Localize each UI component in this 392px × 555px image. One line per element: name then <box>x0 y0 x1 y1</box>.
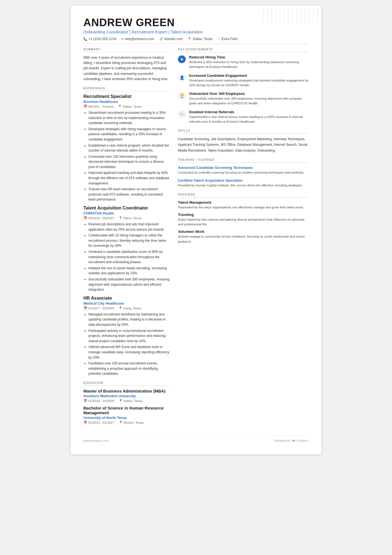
job-bullets-0: Streamlined recruitment processes leadin… <box>83 110 170 202</box>
ach-content-0: Reduced Hiring Time Achieved a 35% reduc… <box>189 55 309 70</box>
contact-extra: ☆ Extra Field <box>218 37 237 41</box>
job-meta-0: 📅 06/2021 - Present 📍 Dallas, Texas <box>83 105 170 108</box>
ach-content-2: Onboarded Over 300 Employees Successfull… <box>189 92 309 106</box>
resume-footer: www.enhancv.com Powered by ∞ Enhancv <box>83 436 309 443</box>
passion-desc-1: Enjoy exploring new cultures and gaining… <box>178 217 309 227</box>
email-value: help@enhancv.com <box>125 37 154 41</box>
job-bullets-1: Revised job descriptions and ads that im… <box>83 222 170 292</box>
left-column: SUMMARY With over 4 years of recruitment… <box>83 48 170 427</box>
edu-meta-1: 📅 01/2013 - 01/2017 📍 Denton, Texas <box>83 421 170 425</box>
training-title-1: Certified Talent Acquisition Specialist <box>178 178 309 182</box>
job-location-2: 📍 Irving, Texas <box>118 306 141 310</box>
job-meta-1: 📅 04/2019 - 05/2021 📍 Plano, Texas <box>83 216 170 220</box>
job-meta-2: 📅 01/2017 - 03/2019 📍 Irving, Texas <box>83 306 170 310</box>
training-item-1: Certified Talent Acquisition Specialist … <box>178 178 309 188</box>
training-desc-1: Provided by Human Capital Institute, thi… <box>178 183 309 188</box>
achievement-2: 🏆 Onboarded Over 300 Employees Successfu… <box>178 92 309 106</box>
passion-item-2: Volunteer Work Actively engage in commun… <box>178 230 309 244</box>
right-column: KEY ACHIEVEMENTS ★ Reduced Hiring Time A… <box>178 48 309 427</box>
bullet-0-1: Developed strategies with hiring manager… <box>88 127 170 142</box>
education-section-label: EDUCATION <box>83 381 170 386</box>
contact-email: ✉ help@enhancv.com <box>121 37 154 41</box>
calendar-icon-0: 📅 <box>83 105 87 108</box>
star-filled-icon: ★ <box>180 57 184 61</box>
job-location-0: 📍 Dallas, Texas <box>118 105 142 108</box>
edu-dates-0: 📅 01/2018 - 01/2020 <box>83 399 114 403</box>
training-item-0: Advanced Candidate Screening Techniques … <box>178 166 309 175</box>
candidate-name: ANDREW GREEN <box>83 17 309 29</box>
ach-icon-0: ★ <box>178 55 186 63</box>
resume-page: ANDREW GREEN Onboarding Coordinator | Re… <box>71 6 321 454</box>
skills-section-label: SKILLS <box>178 129 309 134</box>
edu-dates-1: 📅 01/2013 - 01/2017 <box>83 421 114 425</box>
ach-icon-2: 🏆 <box>178 92 186 100</box>
ach-desc-2: Successfully onboarded over 300 employee… <box>189 96 309 106</box>
bullet-1-2: Achieved a candidate satisfaction score … <box>88 249 170 265</box>
ach-content-3: Doubled Internal Referrals Implemented a… <box>189 110 309 124</box>
resume-header: ANDREW GREEN Onboarding Coordinator | Re… <box>83 17 309 41</box>
contact-phone: 📞 +1-(234)-555-1234 <box>83 37 116 41</box>
location-icon-0: 📍 <box>118 105 122 108</box>
star-outline-icon: ☆ <box>180 112 184 116</box>
job-item-1: Talent Acquisition Coordinator CHRISTUS … <box>83 206 170 292</box>
enhancv-logo-icon: ∞ <box>292 438 295 443</box>
bullet-1-3: Initiated the use of social media recrui… <box>88 266 170 276</box>
summary-section-label: SUMMARY <box>83 48 170 52</box>
calendar-icon-1: 📅 <box>83 216 87 220</box>
job-dates-0: 📅 06/2021 - Present <box>83 105 113 108</box>
job-item-2: HR Associate Medical City Healthcare 📅 0… <box>83 296 170 376</box>
bullet-2-0: Managed recruitment workflows by maintai… <box>88 312 170 327</box>
job-company-1: CHRISTUS Health <box>83 211 170 215</box>
job-title-0: Recruitment Specialist <box>83 94 170 99</box>
header-divider <box>83 44 309 44</box>
edu-location-icon-1: 📍 <box>119 421 123 424</box>
star-icon: ☆ <box>218 37 220 41</box>
contact-location: 📍 Dallas, Texas <box>188 37 212 41</box>
calendar-icon-2: 📅 <box>83 306 87 310</box>
bullet-2-2: Utilized advanced MS Excel and database … <box>88 344 170 360</box>
phone-value: +1-(234)-555-1234 <box>88 37 116 41</box>
passion-item-1: Traveling Enjoy exploring new cultures a… <box>178 213 309 227</box>
ach-icon-3: ☆ <box>178 110 186 118</box>
trophy-icon: 🏆 <box>180 93 184 98</box>
bullet-0-0: Streamlined recruitment processes leadin… <box>88 110 170 126</box>
edu-calendar-icon-0: 📅 <box>83 399 87 403</box>
brand-name: Enhancv <box>297 439 309 442</box>
contact-bar: 📞 +1-(234)-555-1234 ✉ help@enhancv.com 🔗… <box>83 37 309 41</box>
passion-title-0: Talent Management <box>178 200 309 204</box>
job-company-0: Envision Healthcare <box>83 100 170 104</box>
ach-title-3: Doubled Internal Referrals <box>189 110 309 114</box>
edu-item-1: Bachelor of Science in Human Resource Ma… <box>83 406 170 425</box>
ach-content-1: Increased Candidate Engagement Developed… <box>189 73 309 88</box>
location-value: Dallas, Texas <box>193 37 212 41</box>
training-desc-0: Conducted by LinkedIn Learning focusing … <box>178 170 309 175</box>
location-icon-1: 📍 <box>118 216 122 220</box>
passions-section-label: PASSIONS <box>178 193 309 198</box>
passion-title-2: Volunteer Work <box>178 230 309 234</box>
ach-title-1: Increased Candidate Engagement <box>189 73 309 78</box>
job-item-0: Recruitment Specialist Envision Healthca… <box>83 94 170 202</box>
ach-desc-1: Developed employment marketing strategie… <box>189 78 309 88</box>
edu-location-1: 📍 Denton, Texas <box>119 421 144 425</box>
passion-item-0: Talent Management Fascinated by the ways… <box>178 200 309 210</box>
edu-degree-1: Bachelor of Science in Human Resource Ma… <box>83 406 170 415</box>
edu-school-1: University of North Texas <box>83 416 170 420</box>
main-columns: SUMMARY With over 4 years of recruitment… <box>83 48 309 427</box>
ach-title-2: Onboarded Over 300 Employees <box>189 92 309 96</box>
edu-calendar-icon-1: 📅 <box>83 421 87 424</box>
email-icon: ✉ <box>121 37 124 41</box>
bullet-2-3: Facilitated over 100 annual recruitment … <box>88 361 170 376</box>
achievement-3: ☆ Doubled Internal Referrals Implemented… <box>178 110 309 124</box>
edu-school-0: Southern Methodist University <box>83 394 170 398</box>
job-title-1: Talent Acquisition Coordinator <box>83 206 170 211</box>
achievements-section-label: KEY ACHIEVEMENTS <box>178 48 309 52</box>
ach-icon-1: 👤 <box>178 74 186 82</box>
job-location-1: 📍 Plano, Texas <box>118 216 142 220</box>
location-icon-2: 📍 <box>118 306 122 310</box>
job-dates-2: 📅 01/2017 - 03/2019 <box>83 306 114 310</box>
bullet-1-4: Successfully onboarded over 300 employee… <box>88 277 170 292</box>
achievement-1: 👤 Increased Candidate Engagement Develop… <box>178 73 309 88</box>
edu-location-0: 📍 Dallas, Texas <box>119 399 142 403</box>
training-section-label: TRAINING / COURSES <box>178 158 309 163</box>
ach-title-0: Reduced Hiring Time <box>189 55 309 59</box>
